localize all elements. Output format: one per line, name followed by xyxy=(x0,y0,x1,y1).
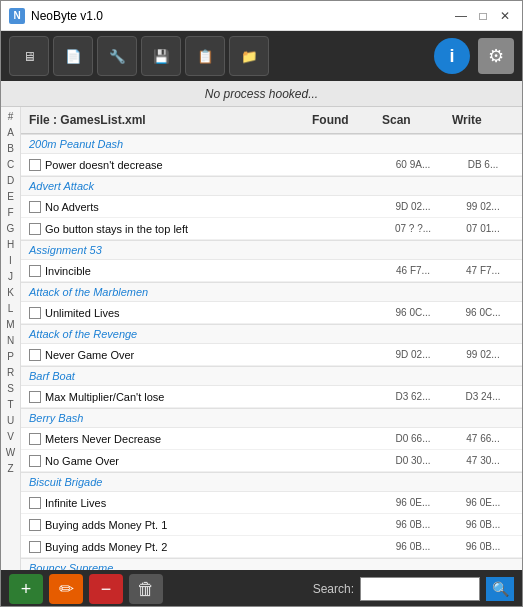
alpha-u[interactable]: U xyxy=(7,413,14,429)
cheat-name: Meters Never Decrease xyxy=(45,433,161,445)
save-button[interactable]: 💾 xyxy=(141,36,181,76)
group-assignment-53: Assignment 53 xyxy=(21,240,522,260)
title-bar: N NeoByte v1.0 — □ ✕ xyxy=(1,1,522,31)
alpha-k[interactable]: K xyxy=(7,285,14,301)
table-row: Infinite Lives 96 0E... 96 0E... xyxy=(21,492,522,514)
cheat-checkbox[interactable] xyxy=(29,349,41,361)
alpha-b[interactable]: B xyxy=(7,141,14,157)
cheat-checkbox[interactable] xyxy=(29,391,41,403)
alpha-m[interactable]: M xyxy=(6,317,14,333)
cheat-name: Unlimited Lives xyxy=(45,307,120,319)
cheat-scan: D0 30... xyxy=(378,455,448,466)
cheat-name: Buying adds Money Pt. 2 xyxy=(45,541,167,553)
alpha-l[interactable]: L xyxy=(8,301,14,317)
minus-icon: − xyxy=(101,579,112,600)
write-col-header: Write xyxy=(448,111,518,129)
cheat-scan: 96 0B... xyxy=(378,541,448,552)
app-title: NeoByte v1.0 xyxy=(31,9,452,23)
cheat-checkbox[interactable] xyxy=(29,541,41,553)
alpha-t[interactable]: T xyxy=(7,397,13,413)
group-200m-peanut-dash: 200m Peanut Dash xyxy=(21,134,522,154)
table-area[interactable]: File : GamesList.xml Found Scan Write 20… xyxy=(21,107,522,570)
alpha-f[interactable]: F xyxy=(7,205,13,221)
search-button[interactable]: 🔍 xyxy=(486,577,514,601)
cheat-checkbox[interactable] xyxy=(29,519,41,531)
cheat-checkbox[interactable] xyxy=(29,455,41,467)
search-icon: 🔍 xyxy=(492,581,509,597)
bottom-bar: + ✏ − 🗑 Search: 🔍 xyxy=(1,570,522,607)
alpha-s[interactable]: S xyxy=(7,381,14,397)
cheat-write: 96 0B... xyxy=(448,519,518,530)
remove-button[interactable]: − xyxy=(89,574,123,604)
info-button[interactable]: i xyxy=(434,38,470,74)
monitor-icon: 🖥 xyxy=(23,49,36,64)
settings-button[interactable]: ⚙ xyxy=(478,38,514,74)
group-biscuit-brigade: Biscuit Brigade xyxy=(21,472,522,492)
cheat-write: 07 01... xyxy=(448,223,518,234)
cheat-write: DB 6... xyxy=(448,159,518,170)
cheat-name: No Game Over xyxy=(45,455,119,467)
cheat-write: 96 0B... xyxy=(448,541,518,552)
alpha-j[interactable]: J xyxy=(8,269,13,285)
wrench-button[interactable]: 🔧 xyxy=(97,36,137,76)
table-row: Never Game Over 9D 02... 99 02... xyxy=(21,344,522,366)
group-attack-revenge: Attack of the Revenge xyxy=(21,324,522,344)
wrench-icon: 🔧 xyxy=(109,49,126,64)
table-row: Max Multiplier/Can't lose D3 62... D3 24… xyxy=(21,386,522,408)
scan-col-header: Scan xyxy=(378,111,448,129)
alpha-i[interactable]: I xyxy=(9,253,12,269)
edit-button[interactable]: ✏ xyxy=(49,574,83,604)
copy-icon: 📋 xyxy=(197,49,214,64)
cheat-scan: 96 0C... xyxy=(378,307,448,318)
search-input[interactable] xyxy=(360,577,480,601)
cheat-write: 99 02... xyxy=(448,349,518,360)
window-controls: — □ ✕ xyxy=(452,7,514,25)
add-button[interactable]: + xyxy=(9,574,43,604)
toolbar: 🖥 📄 🔧 💾 📋 📁 i ⚙ xyxy=(1,31,522,81)
cheat-checkbox[interactable] xyxy=(29,497,41,509)
trash-button[interactable]: 🗑 xyxy=(129,574,163,604)
maximize-button[interactable]: □ xyxy=(474,7,492,25)
cheat-checkbox[interactable] xyxy=(29,433,41,445)
alpha-v[interactable]: V xyxy=(7,429,14,445)
alpha-c[interactable]: C xyxy=(7,157,14,173)
cheat-checkbox[interactable] xyxy=(29,223,41,235)
cheat-name: Max Multiplier/Can't lose xyxy=(45,391,164,403)
cheat-write: 47 66... xyxy=(448,433,518,444)
info-icon: i xyxy=(449,46,454,67)
table-row: No Adverts 9D 02... 99 02... xyxy=(21,196,522,218)
cheat-checkbox[interactable] xyxy=(29,265,41,277)
copy-button[interactable]: 📋 xyxy=(185,36,225,76)
alpha-d[interactable]: D xyxy=(7,173,14,189)
alpha-h[interactable]: H xyxy=(7,237,14,253)
group-attack-marblemen: Attack of the Marblemen xyxy=(21,282,522,302)
alpha-a[interactable]: A xyxy=(7,125,14,141)
alpha-p[interactable]: P xyxy=(7,349,14,365)
status-text: No process hooked... xyxy=(205,87,318,101)
close-button[interactable]: ✕ xyxy=(496,7,514,25)
cheat-checkbox[interactable] xyxy=(29,201,41,213)
alpha-r[interactable]: R xyxy=(7,365,14,381)
alpha-hash[interactable]: # xyxy=(8,109,14,125)
app-icon: N xyxy=(9,8,25,24)
cheat-checkbox[interactable] xyxy=(29,159,41,171)
page-button[interactable]: 📄 xyxy=(53,36,93,76)
search-label: Search: xyxy=(313,582,354,596)
cheat-scan: 9D 02... xyxy=(378,349,448,360)
plus-icon: + xyxy=(21,579,32,600)
alpha-n[interactable]: N xyxy=(7,333,14,349)
cheat-name: No Adverts xyxy=(45,201,99,213)
alpha-e[interactable]: E xyxy=(7,189,14,205)
monitor-button[interactable]: 🖥 xyxy=(9,36,49,76)
alpha-w[interactable]: W xyxy=(6,445,15,461)
alpha-z[interactable]: Z xyxy=(7,461,13,477)
cheat-checkbox[interactable] xyxy=(29,307,41,319)
cheat-name: Infinite Lives xyxy=(45,497,106,509)
table-row: Power doesn't decrease 60 9A... DB 6... xyxy=(21,154,522,176)
minimize-button[interactable]: — xyxy=(452,7,470,25)
cheat-write: 47 F7... xyxy=(448,265,518,276)
folder-button[interactable]: 📁 xyxy=(229,36,269,76)
alpha-g[interactable]: G xyxy=(7,221,15,237)
table-row: Buying adds Money Pt. 2 96 0B... 96 0B..… xyxy=(21,536,522,558)
table-row: Go button stays in the top left 07 ? ?..… xyxy=(21,218,522,240)
